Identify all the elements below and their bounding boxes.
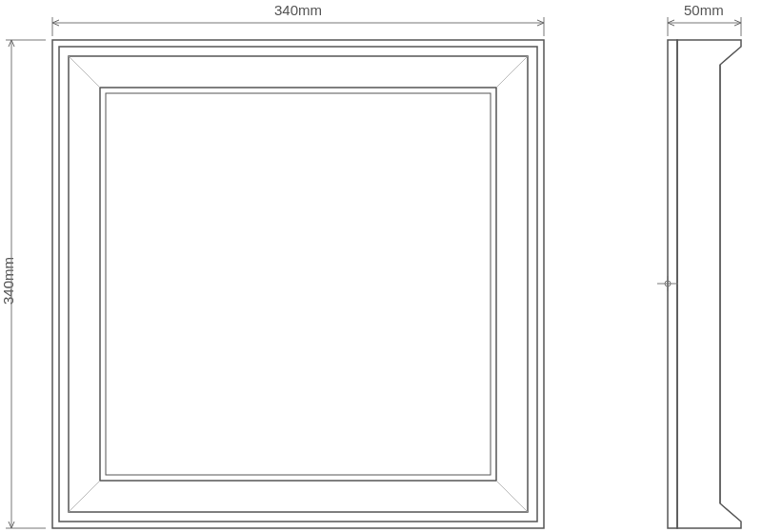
svg-line-16 (69, 481, 100, 512)
front-view (52, 40, 544, 528)
svg-rect-13 (106, 93, 491, 475)
svg-rect-10 (59, 47, 537, 522)
svg-rect-12 (100, 88, 496, 481)
svg-line-14 (69, 56, 100, 88)
svg-line-15 (496, 56, 528, 88)
height-dimension (6, 40, 46, 528)
svg-rect-9 (52, 40, 544, 528)
technical-drawing: 340mm 340mm 50mm (0, 0, 762, 532)
svg-line-17 (496, 481, 528, 512)
drawing-svg (0, 0, 762, 532)
depth-dimension (668, 17, 741, 36)
svg-rect-11 (69, 56, 528, 512)
side-view (668, 40, 741, 528)
center-mark (657, 276, 678, 291)
width-dimension (52, 17, 544, 36)
